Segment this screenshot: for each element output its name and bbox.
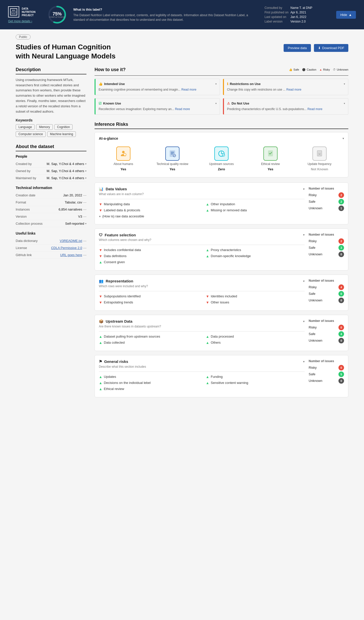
consulted-by-value: Name T. at DNP [290,6,314,10]
inference-risks-title: Inference Risks [95,122,348,129]
up-arrow-icon: ▲ [99,381,102,385]
how-to-use-section: How to use it? 👍 Safe ⚫ Caution ▲ Risky [95,67,348,115]
down-arrow-icon: ▼ [99,300,102,304]
at-a-glance-chevron[interactable]: ▾ [343,137,344,140]
license-value[interactable]: CDLA Permissive 2.0 — [51,246,86,250]
intended-use-chevron[interactable]: ▾ [215,82,217,85]
restrictions-read-more[interactable]: Read more [286,88,301,91]
restrictions-title: ℹ Restrictions on Use [227,82,261,86]
upstream-data-subtitle: Are there known issues in datasets upstr… [99,325,305,328]
page-title: Studies of Human Cognition with Neural L… [16,43,116,61]
license-row: License CDLA Permissive 2.0 — [16,244,86,252]
do-not-use-chevron[interactable]: ▾ [344,102,345,105]
down-arrow-icon: ▼ [99,208,102,212]
data-values-main: 📊 Data Values ▾ What values are in each … [99,187,305,220]
issues-title: Number of issues [309,279,344,282]
risky-label: Risky [309,193,317,197]
feature-selection-safe: Safe 3 [309,245,344,251]
feature-selection-row: 🛡 Feature selection ▾ Which columns were… [99,233,344,266]
risk-item-raw-data: ● (How is) raw data accessible [99,214,198,218]
data-values-row: 📊 Data Values ▾ What values are in each … [99,187,344,220]
known-use-chevron[interactable]: ▾ [215,102,217,105]
up-arrow-icon: ▲ [206,375,209,379]
safe-label: Safe [309,372,315,376]
last-updated-label: Last updated on [264,15,290,19]
ethical-icon [263,147,278,161]
instances-value: 6,854 narratives — [59,208,86,211]
upstream-data-safe: Safe 4 [309,331,344,337]
hide-button[interactable]: Hide ▲ [336,11,356,19]
upstream-label: Upstream sources [209,162,234,166]
github-value[interactable]: URL goes here — [60,253,86,257]
feature-selection-chevron[interactable]: ▾ [303,233,305,237]
representation-header: 👥 Representation ▾ [99,279,305,283]
logo-text: DATA NUTRITION PROJECT [22,7,35,17]
up-arrow-icon: ▲ [206,381,209,385]
data-values-col-left: ▼ Manipulating data ▼ Labeled data & pro… [99,202,198,220]
safe-label: Safe [309,292,315,296]
feature-selection-section: 🛡 Feature selection ▾ Which columns were… [95,229,348,271]
keyword-language: Language [16,124,35,130]
data-dictionary-value[interactable]: V3README.txt — [60,239,86,243]
legend: 👍 Safe ⚫ Caution ▲ Risky ⏱ [289,68,348,71]
safe-label: Safe [309,246,315,250]
instances-row: Instances 6,854 narratives — [16,206,86,213]
data-values-chevron[interactable]: ▾ [303,187,305,191]
upstream-data-main: 📦 Upstream Data ▾ Are there known issues… [99,319,305,347]
intended-use-read-more[interactable]: Read more [181,88,196,91]
risk-item-other-issues: ▼ Other issues [206,300,305,304]
representation-section: 👥 Representation ▾ Which rows were inclu… [95,275,348,311]
unknown-label: Unknown [309,206,322,210]
instances-label: Instances [16,208,30,211]
svg-text:!: ! [125,154,125,156]
legend-unknown: ⏱ Unknown [333,68,348,71]
completeness-percentage: 75% [49,12,65,16]
general-risks-issues: Number of issues Risky 0 Safe 5 Unknown [309,359,344,385]
legend-safe: 👍 Safe [289,68,299,71]
description-text: Using crowdsourcing framework MTurk, res… [16,77,86,114]
representation-items: ▼ Subpopulations identified ▼ Extrapolat… [99,294,305,306]
up-arrow-icon: ▲ [206,202,209,206]
created-by-row: Created by M. Sap, Y.Choi & 4 others ▾ [16,160,86,168]
do-not-use-read-more[interactable]: Read more [307,107,322,111]
data-values-items: ▼ Manipulating data ▼ Labeled data & pro… [99,202,305,220]
first-published-value: Apr 6, 2021 [290,10,314,15]
technical-review-icon [165,147,179,161]
data-values-title: 📊 Data Values [99,187,127,191]
collection-process-value: Self-reported ▾ [65,222,86,225]
safe-icon: 👍 [289,68,292,71]
what-is-label-title: What is this label? [73,8,258,11]
maintained-by-label: Maintained by [16,176,36,180]
preview-data-button[interactable]: Preview data [284,44,311,52]
restrictions-text: Change this copy with restrictions on us… [227,87,345,92]
completeness-circle: 75% COMPLETENESS [47,5,67,25]
keywords-label: Keywords [16,118,86,122]
feature-selection-issues: Number of issues Risky 2 Safe 3 Unknown [309,233,344,258]
checkbox-icon: ☑ [99,101,102,105]
data-values-issues: Number of issues Risky 2 Safe 2 Unknown [309,187,344,212]
public-badge: Public [16,34,31,39]
upstream-data-chevron[interactable]: ▾ [303,320,305,323]
general-risks-chevron[interactable]: ▾ [303,360,305,363]
general-risks-section: ⚑ General risks ▾ Describe what this sec… [95,355,348,397]
general-risks-main: ⚑ General risks ▾ Describe what this sec… [99,359,305,393]
logo-area: DATA NUTRITION PROJECT DATA NUTRITION PR… [8,6,41,17]
creation-date-row: Creation date Jan 20, 2022 — [16,192,86,199]
get-more-details-link[interactable]: Get more details › [8,19,41,23]
feature-selection-unknown: Unknown 0 [309,252,344,257]
restrictions-chevron[interactable]: ▾ [344,82,345,85]
feature-selection-main: 🛡 Feature selection ▾ Which columns were… [99,233,305,266]
known-use-read-more[interactable]: Read more [175,107,190,111]
download-pdf-button[interactable]: ⬇ Download PDF [314,44,348,52]
representation-chevron[interactable]: ▾ [303,279,305,283]
up-arrow-icon: ▲ [99,341,102,345]
glance-ethical: Ethical review Yes [246,144,295,173]
risk-item-extrapolating: ▼ Extrapolating trends [99,300,198,304]
general-risks-subtitle: Describe what this section includes [99,365,305,368]
left-column: Description Using crowdsourcing framewor… [16,67,86,401]
legend-risky: ▲ Risky [319,68,330,71]
inference-risks-section: Inference Risks At-a-glance ▾ [95,122,348,397]
svg-text:NUTRITION: NUTRITION [11,11,16,13]
upstream-data-col-left: ▲ Dataset pulling from upstream sources … [99,335,198,347]
label-version-label: Label version [264,19,290,24]
